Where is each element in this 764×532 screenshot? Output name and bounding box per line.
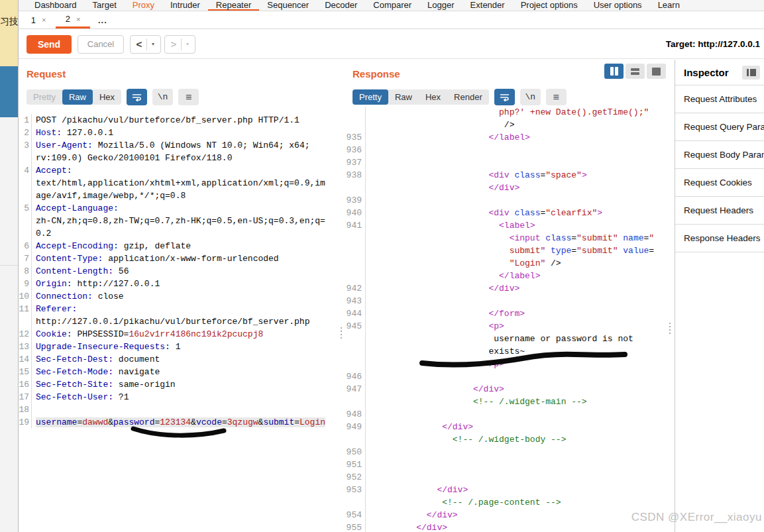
response-inspector-splitter[interactable] xyxy=(669,323,671,334)
request-view-group: PrettyRawHex xyxy=(27,89,121,105)
inspector-section-response-headers[interactable]: Response Headers xyxy=(675,225,764,252)
forward-dropdown-icon[interactable]: ▾ xyxy=(182,41,193,47)
request-editor[interactable]: 1POST /pikachu/vul/burteforce/bf_server.… xyxy=(19,106,339,532)
line-number: 943 xyxy=(345,295,366,307)
line-number: 948 xyxy=(345,408,366,421)
inspector-collapse-icon[interactable] xyxy=(742,66,760,80)
inspector-section-request-attributes[interactable]: Request Attributes xyxy=(675,85,764,113)
code-line: age/avif,image/webp,*/*;q=0.8 xyxy=(19,189,339,202)
menu-item-extender[interactable]: Extender xyxy=(463,0,513,11)
menu-item-dashboard[interactable]: Dashboard xyxy=(27,0,85,11)
background-window-divider xyxy=(0,265,18,266)
response-view-hex[interactable]: Hex xyxy=(419,89,447,105)
menu-item-learn[interactable]: Learn xyxy=(650,0,688,11)
line-number: 951 xyxy=(345,458,366,471)
line-number xyxy=(345,119,366,131)
line-number: 935 xyxy=(345,131,366,144)
code-line: <!-- /.page-content --> xyxy=(345,496,674,509)
menu-item-comparer[interactable]: Comparer xyxy=(365,0,419,11)
line-number: 4 xyxy=(19,164,32,177)
response-view-render[interactable]: Render xyxy=(447,89,489,105)
line-number: 11 xyxy=(19,303,32,315)
response-show-newlines-icon[interactable]: \n xyxy=(520,89,541,105)
response-editor-menu-icon[interactable]: ≡ xyxy=(546,89,567,105)
repeater-tab-1[interactable]: 1× xyxy=(21,11,56,28)
code-line: 938<div class="space"> xyxy=(345,169,674,182)
inspector-section-request-headers[interactable]: Request Headers xyxy=(675,197,764,225)
csdn-watermark: CSDN @XError__xiaoyu xyxy=(631,511,762,524)
line-number xyxy=(345,270,366,282)
target-value: http://127.0.0.1 xyxy=(698,39,760,49)
code-line: 942</div> xyxy=(345,282,674,295)
code-line: <input class="submit" name=" xyxy=(345,232,674,244)
menu-item-sequencer[interactable]: Sequencer xyxy=(259,0,317,11)
code-line: 937 xyxy=(345,156,674,169)
code-line: 6Accept-Encoding: gzip, deflate xyxy=(19,240,339,252)
line-number: 954 xyxy=(345,509,366,521)
menu-item-repeater[interactable]: Repeater xyxy=(208,0,259,11)
request-view-hex[interactable]: Hex xyxy=(93,89,121,105)
line-number xyxy=(345,358,366,370)
request-show-newlines-icon[interactable]: \n xyxy=(152,89,173,105)
code-line: 19username=dawwd&password=123134&vcode=3… xyxy=(19,416,339,429)
menu-item-target[interactable]: Target xyxy=(85,0,125,11)
inspector-panel: Inspector Request AttributesRequest Quer… xyxy=(675,60,764,532)
layout-single-icon[interactable] xyxy=(647,64,666,79)
line-number: 3 xyxy=(19,139,32,152)
code-line: 1POST /pikachu/vul/burteforce/bf_server.… xyxy=(19,114,339,127)
line-number xyxy=(19,189,32,202)
send-button[interactable]: Send xyxy=(27,35,72,54)
code-line: 18 xyxy=(19,403,339,416)
code-line: php?' +new Date().getTime();" xyxy=(345,106,674,119)
repeater-tab-2[interactable]: 2× xyxy=(56,11,90,28)
code-line: 944</form> xyxy=(345,307,674,320)
back-button[interactable]: < ▾ xyxy=(130,35,161,54)
code-line: 946 xyxy=(345,370,674,383)
inspector-section-request-query-parameters[interactable]: Request Query Parameters xyxy=(675,113,764,141)
forward-button[interactable]: > ▾ xyxy=(164,35,195,54)
line-number: 940 xyxy=(345,207,366,219)
code-line: "Login" /> xyxy=(345,257,674,270)
back-dropdown-icon[interactable]: ▾ xyxy=(147,41,159,47)
request-view-pretty[interactable]: Pretty xyxy=(27,89,62,105)
menu-item-intruder[interactable]: Intruder xyxy=(162,0,208,11)
menu-item-decoder[interactable]: Decoder xyxy=(317,0,365,11)
code-line: 950 xyxy=(345,446,674,458)
code-line: 10Connection: close xyxy=(19,290,339,303)
response-panel: Response PrettyRawHexRender\n≡ php?' +ne… xyxy=(345,60,674,532)
menu-item-proxy[interactable]: Proxy xyxy=(125,0,162,11)
layout-rows-icon[interactable] xyxy=(626,64,645,79)
code-line: 4Accept: xyxy=(19,164,339,177)
request-editor-menu-icon[interactable]: ≡ xyxy=(178,89,199,105)
tab-label: 2 xyxy=(66,14,70,24)
tab-close-icon[interactable]: × xyxy=(42,16,46,24)
line-number: 1 xyxy=(19,114,32,127)
tab-close-icon[interactable]: × xyxy=(76,15,80,23)
inspector-section-request-body-parameters[interactable]: Request Body Parameters xyxy=(675,141,764,169)
code-line: 954</div> xyxy=(345,509,674,521)
repeater-tab-[interactable]: ... xyxy=(90,11,115,28)
inspector-section-request-cookies[interactable]: Request Cookies xyxy=(675,169,764,197)
line-number xyxy=(345,345,366,358)
response-editor[interactable]: php?' +new Date().getTime();"/>935</labe… xyxy=(345,106,674,532)
code-line: 936 xyxy=(345,144,674,156)
menu-item-user-options[interactable]: User options xyxy=(586,0,650,11)
code-line: 949</div> xyxy=(345,421,674,433)
response-wrap-lines-icon[interactable] xyxy=(494,89,515,105)
response-view-pretty[interactable]: Pretty xyxy=(353,89,388,105)
code-line: 7Content-Type: application/x-www-form-ur… xyxy=(19,252,339,265)
request-wrap-lines-icon[interactable] xyxy=(127,89,147,105)
request-view-raw[interactable]: Raw xyxy=(62,89,93,105)
line-number: 949 xyxy=(345,421,366,433)
layout-columns-icon[interactable] xyxy=(604,64,624,79)
cancel-button[interactable]: Cancel xyxy=(78,35,124,54)
background-window-text: 习技 xyxy=(0,16,19,28)
menu-item-logger[interactable]: Logger xyxy=(419,0,462,11)
line-number: 13 xyxy=(19,341,32,353)
code-line: 16Sec-Fetch-Site: same-origin xyxy=(19,378,339,391)
response-view-raw[interactable]: Raw xyxy=(388,89,419,105)
line-number xyxy=(345,496,366,509)
repeater-tab-bar: 1×2×... xyxy=(19,11,764,29)
menu-item-project-options[interactable]: Project options xyxy=(513,0,586,11)
request-response-splitter[interactable] xyxy=(341,327,342,339)
